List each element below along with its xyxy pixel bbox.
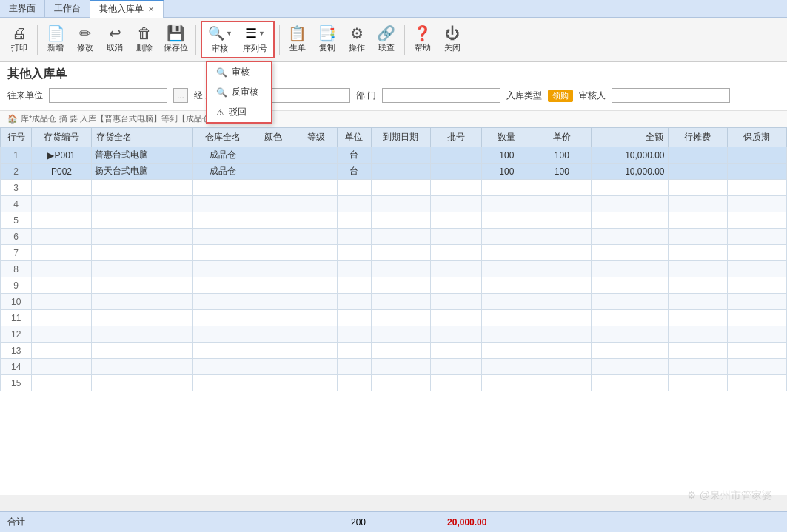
- th-unit: 单位: [337, 128, 371, 147]
- toolbar: 🖨 打印 📄 新增 ✏ 修改 ↩ 取消 🗑 删除 💾 保存位 🔍 ▼ 审核: [0, 18, 787, 62]
- inventory-table: 行号 存货编号 存货全名 仓库全名 颜色 等级 单位 到期日期 批号 数量 单价…: [0, 127, 787, 391]
- footer: 合计 200 20,000.00: [0, 511, 787, 532]
- tab-main[interactable]: 主界面: [0, 0, 45, 18]
- return-menu-item[interactable]: ⚠ 驳回: [207, 102, 271, 122]
- copy-icon: 📑: [318, 26, 336, 41]
- help-button[interactable]: ❓ 帮助: [409, 26, 436, 53]
- tab-work[interactable]: 工作台: [45, 0, 90, 18]
- th-rownum: 行号: [1, 128, 32, 147]
- audit-icon: 🔍: [208, 25, 224, 41]
- table-row[interactable]: 7: [1, 245, 787, 261]
- auditor-label: 审核人: [579, 90, 606, 102]
- print-button[interactable]: 🖨 打印: [6, 26, 33, 53]
- th-expire-date: 到期日期: [371, 128, 430, 147]
- dept-input[interactable]: [382, 88, 500, 103]
- table-header-row: 行号 存货编号 存货全名 仓库全名 颜色 等级 单位 到期日期 批号 数量 单价…: [1, 128, 787, 147]
- customer-input[interactable]: [49, 88, 167, 103]
- separator-3: [279, 25, 280, 55]
- separator-1: [37, 25, 38, 55]
- table-row[interactable]: 1▶P001普惠台式电脑成品仓台10010010,000.00: [1, 147, 787, 164]
- table-row[interactable]: 11: [1, 310, 787, 326]
- customer-label: 往来单位: [7, 90, 43, 102]
- lookup-icon: 🔗: [377, 26, 395, 41]
- return-menu-icon: ⚠: [216, 107, 224, 118]
- audit-menu-item[interactable]: 🔍 审核: [207, 62, 271, 82]
- close-icon: ⏻: [445, 26, 460, 41]
- footer-total-qty: 200: [351, 517, 366, 528]
- type-value: 领购: [548, 90, 573, 102]
- cancel-button[interactable]: ↩ 取消: [101, 26, 128, 53]
- th-color: 颜色: [252, 128, 295, 147]
- breadcrumb: 🏠 库*成品仓 摘 要 入库【普惠台式电脑】等到【成品仓】：: [0, 111, 787, 127]
- footer-label: 合计: [7, 516, 25, 528]
- table-row[interactable]: 9: [1, 277, 787, 294]
- audit-menu-icon: 🔍: [216, 67, 227, 78]
- generate-button[interactable]: 📋 生单: [284, 26, 311, 53]
- generate-icon: 📋: [288, 26, 307, 41]
- tab-other-in[interactable]: 其他入库单 ✕: [90, 0, 164, 18]
- audit-dropdown-menu: 🔍 审核 🔍 反审核 ⚠ 驳回: [206, 61, 272, 124]
- edit-icon: ✏: [79, 26, 92, 41]
- table-row[interactable]: 4: [1, 196, 787, 212]
- home-icon[interactable]: 🏠: [7, 114, 18, 124]
- audit-group: 🔍 ▼ 审核 ☰ ▼ 序列号: [201, 21, 275, 58]
- operation-button[interactable]: ⚙ 操作: [344, 26, 370, 53]
- close-button[interactable]: ⏻ 关闭: [439, 26, 466, 53]
- new-button[interactable]: 📄 新增: [42, 26, 69, 53]
- th-qty: 数量: [481, 128, 532, 147]
- dept-label: 部 门: [356, 90, 376, 102]
- table-row[interactable]: 2P002扬天台式电脑成品仓台10010010,000.00: [1, 164, 787, 180]
- tab-bar: 主界面 工作台 其他入库单 ✕: [0, 0, 787, 18]
- breadcrumb-description: 摘 要 入库【普惠台式电脑】等到【成品仓】：: [59, 113, 227, 124]
- page-content: 其他入库单 往来单位 … 经 办 人 部 门 入库类型 领购 审核人 🏠 库*成…: [0, 62, 787, 495]
- audit-dropdown-arrow[interactable]: ▼: [226, 30, 232, 37]
- separator-4: [404, 25, 405, 55]
- table-row[interactable]: 8: [1, 261, 787, 277]
- separator-2: [195, 25, 196, 55]
- customer-select-btn[interactable]: …: [173, 88, 188, 103]
- th-batch: 批号: [430, 128, 481, 147]
- table-row[interactable]: 3: [1, 180, 787, 196]
- form-row-1: 往来单位 … 经 办 人 部 门 入库类型 领购 审核人: [7, 88, 780, 103]
- edit-button[interactable]: ✏ 修改: [72, 26, 98, 53]
- table-wrapper: 行号 存货编号 存货全名 仓库全名 颜色 等级 单位 到期日期 批号 数量 单价…: [0, 127, 787, 495]
- th-code: 存货编号: [32, 128, 91, 147]
- table-row[interactable]: 10: [1, 294, 787, 310]
- th-grade: 等级: [295, 128, 337, 147]
- unaudit-menu-icon: 🔍: [216, 87, 227, 98]
- help-icon: ❓: [413, 26, 432, 41]
- th-price: 单价: [532, 128, 592, 147]
- delete-button[interactable]: 🗑 删除: [131, 26, 158, 53]
- table-body: 1▶P001普惠台式电脑成品仓台10010010,000.002P002扬天台式…: [1, 147, 787, 391]
- th-name: 存货全名: [91, 128, 192, 147]
- table-row[interactable]: 13: [1, 343, 787, 359]
- save-button[interactable]: 💾 保存位: [161, 26, 191, 53]
- page-header: 其他入库单 往来单位 … 经 办 人 部 门 入库类型 领购 审核人: [0, 62, 787, 111]
- th-amount: 全额: [592, 128, 668, 147]
- table-row[interactable]: 5: [1, 212, 787, 229]
- copy-button[interactable]: 📑 复制: [314, 26, 341, 53]
- unaudit-menu-item[interactable]: 🔍 反审核: [207, 82, 271, 102]
- th-row-fee: 行摊费: [668, 128, 727, 147]
- save-icon: 💾: [167, 26, 185, 41]
- new-icon: 📄: [47, 26, 65, 41]
- breadcrumb-path: 库*成品仓: [21, 113, 56, 124]
- lookup-button[interactable]: 🔗 联查: [373, 26, 400, 53]
- sequence-icon: ☰: [245, 25, 257, 41]
- tab-close-icon[interactable]: ✕: [148, 5, 154, 13]
- table-row[interactable]: 6: [1, 229, 787, 245]
- cancel-icon: ↩: [109, 26, 121, 41]
- delete-icon: 🗑: [137, 26, 152, 41]
- sequence-button[interactable]: ☰ ▼ 序列号: [238, 24, 272, 55]
- table-row[interactable]: 14: [1, 359, 787, 375]
- operation-icon: ⚙: [350, 26, 364, 41]
- table-row[interactable]: 12: [1, 326, 787, 343]
- table-row[interactable]: 15: [1, 375, 787, 391]
- type-label: 入库类型: [506, 90, 542, 102]
- seq-dropdown-arrow[interactable]: ▼: [258, 30, 265, 37]
- footer-total-amount: 20,000.00: [447, 517, 486, 528]
- page-title: 其他入库单: [7, 67, 780, 82]
- audit-button[interactable]: 🔍 ▼ 审核: [204, 24, 237, 55]
- th-warehouse: 仓库全名: [193, 128, 252, 147]
- auditor-input[interactable]: [612, 88, 730, 103]
